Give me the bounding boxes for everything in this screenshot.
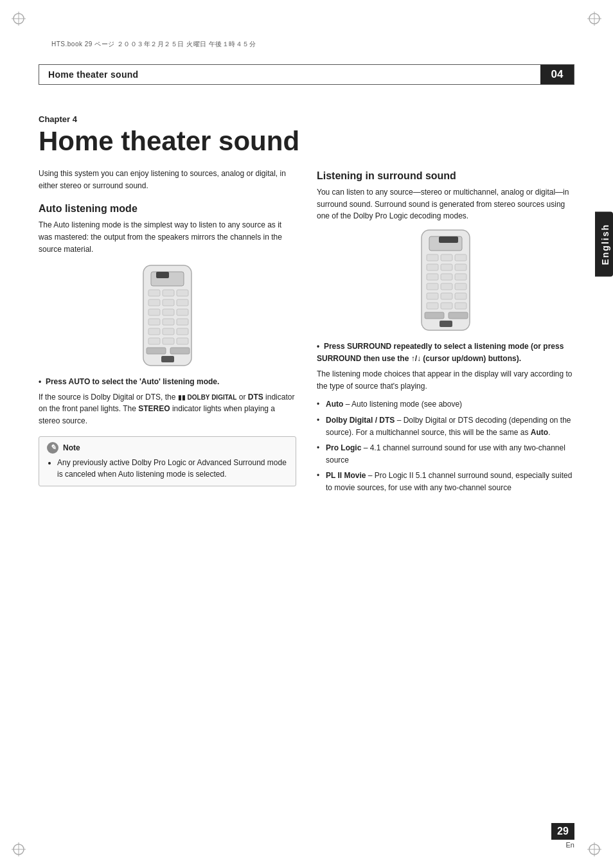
remote-image-left [39,264,296,367]
header-title: Home theater sound [39,69,138,80]
svg-rect-23 [177,309,188,315]
svg-rect-53 [455,293,466,299]
auto-bullet-detail: If the source is Dolby Digital or DTS, t… [39,391,296,427]
svg-rect-57 [425,312,444,319]
surround-section-title: Listening in surround sound [317,170,574,182]
svg-rect-56 [455,303,466,309]
svg-rect-15 [148,290,160,296]
svg-rect-52 [441,293,452,299]
svg-rect-46 [441,274,452,280]
reg-mark-br [587,842,601,856]
svg-rect-51 [427,293,438,299]
left-column: Using this system you can enjoy listenin… [39,168,296,497]
svg-rect-20 [177,299,188,306]
header-bar: Home theater sound 04 [39,64,574,85]
svg-rect-39 [427,254,438,261]
svg-rect-25 [163,319,174,325]
svg-rect-41 [455,254,466,261]
svg-rect-40 [441,254,452,261]
svg-rect-58 [449,312,468,319]
remote-image-right [317,229,574,332]
svg-rect-19 [163,299,174,306]
svg-rect-17 [177,290,188,296]
svg-rect-50 [455,283,466,290]
chapter-label: Chapter 4 [39,114,574,124]
note-icon: ✎ [47,442,58,454]
svg-rect-31 [163,338,174,344]
page-number: 29 [551,823,574,840]
svg-rect-14 [156,272,169,278]
chapter-number-badge: 04 [540,65,574,84]
svg-rect-34 [170,348,190,354]
svg-rect-22 [163,309,174,315]
svg-rect-47 [455,274,466,280]
page-footer: 29 En [551,823,574,849]
english-tab: English [595,212,613,277]
svg-rect-16 [163,290,174,296]
intro-text: Using this system you can enjoy listenin… [39,168,296,191]
surround-list-item-2: Pro Logic – 4.1 channel surround sound f… [317,442,574,466]
surround-bullet-instruction: • Press SURROUND repeatedly to select a … [317,341,574,392]
svg-rect-42 [427,264,438,270]
content-area: Chapter 4 Home theater sound Using this … [39,95,574,817]
svg-rect-28 [163,328,174,335]
svg-rect-26 [177,319,188,325]
note-box: ✎ Note Any previously active Dolby Pro L… [39,436,296,486]
note-item: Any previously active Dolby Pro Logic or… [57,457,288,481]
main-title: Home theater sound [39,127,574,156]
auto-bullet-text: • Press AUTO to select the 'Auto' listen… [39,376,296,388]
auto-section-title: Auto listening mode [39,203,296,215]
surround-section-body: You can listen to any source—stereo or m… [317,186,574,222]
reg-mark-tr [587,12,601,26]
auto-section-body: The Auto listening mode is the simplest … [39,219,296,255]
svg-rect-55 [441,303,452,309]
surround-list-item-3: PL II Movie – Pro Logic II 5.1 channel s… [317,470,574,493]
surround-list-item-0: Auto – Auto listening mode (see above) [317,398,574,411]
svg-rect-44 [455,264,466,270]
meta-line: HTS.book 29 ページ ２００３年２月２５日 火曜日 午後１時４５分 [51,40,256,49]
auto-bullet-instruction: • Press AUTO to select the 'Auto' listen… [39,376,296,427]
note-header: ✎ Note [47,442,288,454]
surround-mode-list: Auto – Auto listening mode (see above) D… [317,398,574,493]
svg-rect-49 [441,283,452,290]
surround-bullet-text: • Press SURROUND repeatedly to select a … [317,341,574,364]
svg-rect-21 [148,309,160,315]
svg-rect-35 [161,356,174,362]
svg-rect-48 [427,283,438,290]
reg-mark-bl [12,842,26,856]
svg-rect-33 [147,348,166,354]
svg-rect-27 [148,328,160,335]
svg-rect-38 [439,236,458,243]
svg-rect-30 [148,338,160,344]
svg-rect-32 [177,338,188,344]
note-list: Any previously active Dolby Pro Logic or… [47,457,288,481]
svg-rect-45 [427,274,438,280]
svg-rect-43 [441,264,452,270]
surround-bullet-detail: The listening mode choices that appear i… [317,368,574,392]
page-lang: En [566,841,574,849]
svg-rect-18 [148,299,160,306]
two-column-layout: Using this system you can enjoy listenin… [39,168,574,497]
svg-rect-54 [427,303,438,309]
right-column: Listening in surround sound You can list… [317,168,574,497]
surround-list-item-1: Dolby Digital / DTS – Dolby Digital or D… [317,414,574,438]
svg-rect-29 [177,328,188,335]
svg-rect-24 [148,319,160,325]
reg-mark-tl [12,12,26,26]
svg-rect-59 [440,321,452,327]
